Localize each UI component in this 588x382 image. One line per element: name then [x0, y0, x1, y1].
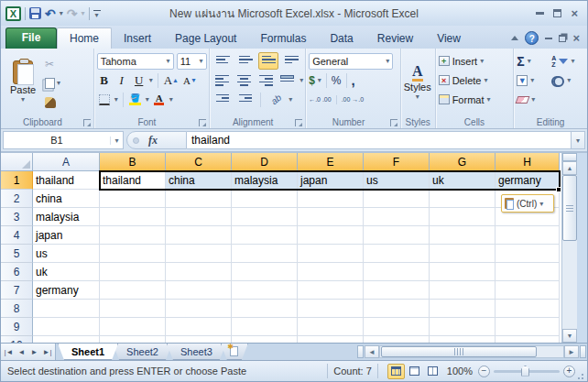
- top-align-button[interactable]: [212, 52, 233, 70]
- cell[interactable]: [298, 300, 364, 318]
- undo-dropdown-icon[interactable]: ▾: [60, 9, 63, 17]
- tab-view[interactable]: View: [425, 28, 473, 49]
- column-header-E[interactable]: E: [298, 153, 364, 171]
- cell[interactable]: [298, 318, 364, 336]
- bottom-align-button[interactable]: [258, 52, 278, 70]
- insert-worksheet-button[interactable]: [221, 344, 248, 360]
- cell[interactable]: [298, 226, 364, 245]
- borders-button[interactable]: [97, 92, 112, 108]
- fill-color-button[interactable]: 🪣: [128, 92, 143, 108]
- cell-B1[interactable]: thailand: [100, 171, 166, 190]
- page-break-view-button[interactable]: [424, 364, 441, 379]
- cell[interactable]: [33, 336, 100, 343]
- zoom-in-button[interactable]: +: [563, 366, 575, 377]
- clear-button[interactable]: ▾: [517, 90, 551, 109]
- number-format-select[interactable]: General▾: [309, 53, 393, 70]
- format-cells-button[interactable]: Format▾: [439, 90, 512, 109]
- styles-button[interactable]: A Styles ▾: [404, 51, 431, 112]
- cell[interactable]: [298, 336, 364, 343]
- column-header-B[interactable]: B: [100, 153, 166, 171]
- scroll-down-icon[interactable]: ▼: [562, 329, 577, 343]
- cell[interactable]: [430, 318, 495, 336]
- horizontal-scroll-thumb[interactable]: [381, 346, 537, 357]
- zoom-slider-thumb[interactable]: [521, 366, 529, 377]
- workbook-close-icon[interactable]: ×: [572, 33, 580, 43]
- column-header-C[interactable]: C: [166, 153, 232, 171]
- workbook-restore-icon[interactable]: [559, 35, 566, 42]
- cell[interactable]: [495, 281, 560, 300]
- cell[interactable]: [430, 263, 495, 281]
- cell[interactable]: [495, 263, 560, 281]
- sheet-tab-sheet1[interactable]: Sheet1: [58, 344, 118, 360]
- cell[interactable]: [232, 208, 298, 226]
- cell[interactable]: [232, 281, 298, 300]
- cell[interactable]: [166, 281, 232, 300]
- formula-input[interactable]: thailand: [187, 131, 572, 149]
- save-icon[interactable]: [29, 7, 41, 19]
- cell[interactable]: [232, 190, 298, 208]
- cell[interactable]: [364, 281, 430, 300]
- insert-cells-button[interactable]: + Insert▾: [439, 51, 512, 71]
- cut-button[interactable]: ✂: [42, 55, 63, 72]
- cell[interactable]: [100, 226, 166, 245]
- underline-button[interactable]: U: [132, 72, 147, 89]
- page-layout-view-button[interactable]: [406, 364, 423, 379]
- tab-home[interactable]: Home: [57, 27, 112, 49]
- paste-options-button[interactable]: (Ctrl) ▾: [501, 194, 554, 213]
- row-header-2[interactable]: 2: [1, 190, 33, 208]
- cell[interactable]: [430, 300, 495, 318]
- cell[interactable]: [430, 281, 495, 300]
- cell[interactable]: [100, 208, 166, 226]
- cell[interactable]: [166, 245, 232, 263]
- row-header-10[interactable]: 10: [1, 336, 33, 343]
- decrease-decimal-icon[interactable]: .00 →.0: [342, 96, 365, 103]
- cell[interactable]: [495, 245, 560, 263]
- increase-decimal-icon[interactable]: ←.0 .00: [309, 96, 332, 103]
- tab-data[interactable]: Data: [318, 28, 365, 49]
- decrease-font-button[interactable]: A▼: [182, 72, 198, 89]
- cell[interactable]: [166, 208, 232, 226]
- bold-button[interactable]: B: [97, 72, 112, 89]
- format-painter-button[interactable]: [42, 93, 63, 111]
- split-handle[interactable]: [562, 153, 577, 161]
- row-header-5[interactable]: 5: [1, 245, 33, 263]
- autosum-button[interactable]: Σ ▾: [517, 51, 551, 71]
- cell[interactable]: [100, 263, 166, 281]
- cell[interactable]: [232, 300, 298, 318]
- tab-split-handle[interactable]: [357, 345, 364, 358]
- cell[interactable]: [100, 336, 166, 343]
- column-header-H[interactable]: H: [495, 153, 560, 171]
- delete-cells-button[interactable]: × Delete▾: [439, 71, 512, 90]
- row-header-6[interactable]: 6: [1, 263, 33, 281]
- cell[interactable]: [364, 208, 430, 226]
- cell-A2[interactable]: china: [33, 190, 100, 208]
- tab-review[interactable]: Review: [365, 28, 425, 49]
- cell-F1[interactable]: us: [364, 171, 430, 190]
- minimize-icon[interactable]: [536, 12, 544, 15]
- cell-G1[interactable]: uk: [430, 171, 495, 190]
- cell[interactable]: [166, 300, 232, 318]
- cell[interactable]: [364, 300, 430, 318]
- cell[interactable]: [166, 336, 232, 343]
- cell-E1[interactable]: japan: [298, 171, 364, 190]
- help-icon[interactable]: ?: [525, 31, 539, 45]
- cell[interactable]: [298, 208, 364, 226]
- cell[interactable]: [364, 226, 430, 245]
- cell[interactable]: [364, 318, 430, 336]
- cell[interactable]: [430, 226, 495, 245]
- cell[interactable]: [166, 190, 232, 208]
- cell[interactable]: [495, 226, 560, 245]
- select-all-corner[interactable]: [1, 153, 33, 171]
- close-icon[interactable]: ×: [571, 8, 578, 18]
- cell-A4[interactable]: japan: [33, 226, 100, 245]
- cell-D1[interactable]: malaysia: [232, 171, 298, 190]
- cell[interactable]: [166, 263, 232, 281]
- paste-dropdown-icon[interactable]: ▾: [21, 95, 25, 104]
- accounting-format-icon[interactable]: $: [309, 74, 315, 87]
- scroll-left-icon[interactable]: ◄: [365, 345, 379, 358]
- orientation-button[interactable]: ab: [266, 91, 286, 108]
- align-center-button[interactable]: [234, 71, 254, 89]
- tab-file[interactable]: File: [5, 27, 57, 49]
- tab-formulas[interactable]: Formulas: [248, 28, 318, 49]
- cell[interactable]: [430, 208, 495, 226]
